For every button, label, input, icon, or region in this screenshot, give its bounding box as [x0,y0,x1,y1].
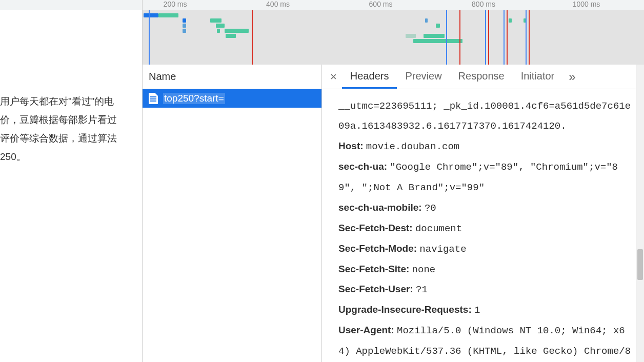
header-value: movie.douban.com [366,141,459,152]
waterfall-bar[interactable] [144,13,158,17]
timeline-event-line [252,10,253,65]
waterfall-bar[interactable] [217,29,220,33]
header-name: Sec-Fetch-Site: [338,264,412,274]
header-name: sec-ch-ua-mobile: [338,202,425,213]
timeline-event-line [459,10,460,65]
header-entry: Sec-Fetch-Site: none [338,259,634,280]
request-detail-panel: × HeadersPreviewResponseInitiator » __ut… [322,65,644,362]
request-row[interactable]: top250?start= [143,89,321,108]
page-line: 评价等综合数据，通过算法 [0,129,142,148]
network-lower: Name top250?start= × HeadersPreviewRespo… [143,65,644,362]
waterfall-bar[interactable] [183,29,186,33]
header-entry: User-Agent: Mozilla/5.0 (Windows NT 10.0… [338,320,634,362]
close-icon[interactable]: × [325,70,342,84]
waterfall-bar[interactable] [216,24,225,28]
header-name: Sec-Fetch-Mode: [338,243,419,254]
header-entry: Upgrade-Insecure-Requests: 1 [338,300,634,320]
header-name: Sec-Fetch-Dest: [338,223,415,233]
header-value: ?1 [416,284,428,295]
network-timeline[interactable]: 200 ms400 ms600 ms800 ms1000 ms1200 ms [143,0,644,65]
tab-initiator[interactable]: Initiator [513,65,563,89]
waterfall-bar[interactable] [438,39,462,43]
timeline-event-line [526,10,527,65]
header-value: 1 [474,305,480,316]
header-entry: Sec-Fetch-Mode: navigate [338,239,634,259]
page-content-panel: 用户每天都在对"看过"的电 价，豆瓣根据每部影片看过 评价等综合数据，通过算法 … [0,0,142,362]
waterfall-bar[interactable] [406,34,416,38]
document-icon [149,93,158,104]
waterfall-bar[interactable] [210,18,222,23]
timeline-event-line [149,10,150,65]
ruler-tick: 800 ms [472,0,495,8]
devtools-panel: 200 ms400 ms600 ms800 ms1000 ms1200 ms N… [142,0,644,362]
header-value: navigate [419,244,466,255]
tab-headers[interactable]: Headers [342,65,397,89]
request-list-header-name[interactable]: Name [143,65,321,89]
timeline-event-line [504,10,505,65]
tabs-overflow-icon[interactable]: » [562,70,581,84]
headers-content[interactable]: __utmc=223695111; _pk_id.100001.4cf6=a56… [322,89,644,362]
ruler-tick: 600 ms [369,0,393,8]
page-line: 250。 [0,148,142,166]
ruler-tick: 1000 ms [573,0,600,8]
header-entry: Sec-Fetch-Dest: document [338,218,634,239]
header-entry: Sec-Fetch-User: ?1 [338,279,634,300]
ruler-tick: 400 ms [266,0,290,8]
header-name: Host: [338,140,366,151]
header-value: ?0 [425,203,436,214]
page-panel-top-bg [0,0,142,10]
tab-response[interactable]: Response [450,65,513,89]
timeline-event-line [488,10,489,65]
timeline-event-line [529,10,530,65]
waterfall-bar[interactable] [183,18,186,23]
header-entry: sec-ch-ua: "Google Chrome";v="89", "Chro… [338,157,634,198]
header-cookie-continuation: __utmc=223695111; _pk_id.100001.4cf6=a56… [338,96,634,136]
waterfall-bar[interactable] [424,34,445,38]
ruler-tick: 200 ms [164,0,187,8]
scrollbar-thumb[interactable] [637,249,643,280]
waterfall-bar[interactable] [183,24,186,28]
vertical-scrollbar[interactable] [636,65,644,362]
timeline-waterfall[interactable] [143,10,644,65]
header-name: sec-ch-ua: [338,161,390,172]
page-line: 价，豆瓣根据每部影片看过 [0,111,142,129]
request-name: top250?start= [163,93,225,104]
header-value: none [412,264,436,275]
header-value: document [415,223,462,234]
waterfall-bar[interactable] [425,18,428,23]
timeline-event-line [507,10,508,65]
waterfall-bar[interactable] [226,34,236,38]
waterfall-bar[interactable] [509,18,512,23]
waterfall-bar[interactable] [158,13,178,17]
timeline-ruler: 200 ms400 ms600 ms800 ms1000 ms1200 ms [143,0,644,10]
header-name: User-Agent: [338,325,397,335]
header-name: Sec-Fetch-User: [338,284,416,294]
page-line: 用户每天都在对"看过"的电 [0,92,142,111]
header-entry: sec-ch-ua-mobile: ?0 [338,198,634,218]
header-entry: Host: movie.douban.com [338,136,634,157]
tab-preview[interactable]: Preview [397,65,450,89]
timeline-event-line [446,10,447,65]
page-text: 用户每天都在对"看过"的电 价，豆瓣根据每部影片看过 评价等综合数据，通过算法 … [0,10,142,166]
waterfall-bar[interactable] [436,24,440,28]
request-list: Name top250?start= [143,65,322,362]
waterfall-bar[interactable] [225,29,249,33]
timeline-event-line [485,10,486,65]
detail-tabs: × HeadersPreviewResponseInitiator » [322,65,644,89]
header-name: Upgrade-Insecure-Requests: [338,304,474,315]
